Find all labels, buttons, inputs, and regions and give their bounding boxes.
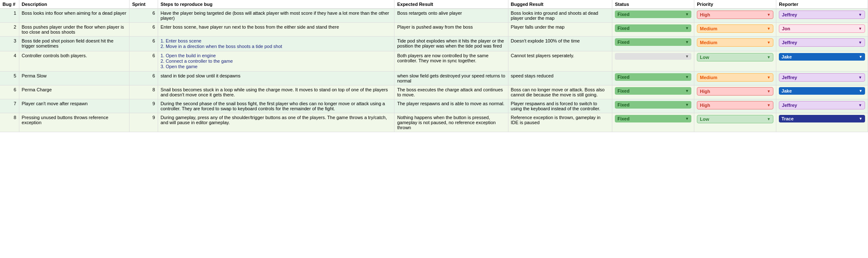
status-arrow-icon: ▼ bbox=[685, 40, 689, 44]
status-dropdown[interactable]: Fixed▼ bbox=[615, 38, 691, 46]
bug-status-cell: Fixed▼ bbox=[612, 99, 694, 113]
reporter-dropdown[interactable]: Jeffrey▼ bbox=[779, 38, 865, 47]
bug-steps: 1. Enter boss scene2. Move in a directio… bbox=[158, 37, 394, 51]
bug-bugged-result: Reference exception is thrown, gameplay … bbox=[508, 113, 612, 132]
bug-bugged-result: speed stays reduced bbox=[508, 72, 612, 85]
bug-steps: During the second phase of the snail bos… bbox=[158, 99, 394, 113]
reporter-dropdown[interactable]: Jake▼ bbox=[779, 53, 865, 61]
bug-sprint: 6 bbox=[130, 72, 158, 85]
reporter-label: Trace bbox=[781, 116, 794, 121]
priority-arrow-icon: ▼ bbox=[767, 13, 770, 17]
reporter-label: Jeffrey bbox=[782, 12, 797, 17]
reporter-dropdown[interactable]: Jeffrey▼ bbox=[779, 101, 865, 109]
bug-steps: Enter boss scene, have player run next t… bbox=[158, 23, 394, 37]
reporter-label: Jake bbox=[781, 88, 791, 93]
bug-bugged-result: Boss looks into ground and shoots at dea… bbox=[508, 9, 612, 23]
table-header: Bug # Description Sprint Steps to reprod… bbox=[0, 0, 868, 9]
priority-label: Medium bbox=[700, 40, 717, 45]
priority-dropdown[interactable]: Medium▼ bbox=[697, 24, 773, 33]
reporter-dropdown[interactable]: Jake▼ bbox=[779, 87, 865, 95]
bug-id: 5 bbox=[0, 72, 19, 85]
bug-id: 7 bbox=[0, 99, 19, 113]
reporter-arrow-icon: ▼ bbox=[859, 89, 863, 93]
reporter-dropdown[interactable]: Jeffrey▼ bbox=[779, 73, 865, 82]
priority-arrow-icon: ▼ bbox=[767, 103, 770, 107]
status-arrow-icon: ▼ bbox=[685, 103, 689, 107]
priority-dropdown[interactable]: Medium▼ bbox=[697, 38, 773, 47]
priority-arrow-icon: ▼ bbox=[767, 55, 770, 59]
priority-label: Low bbox=[700, 117, 709, 122]
bug-reporter-cell: Jake▼ bbox=[776, 85, 868, 99]
bug-steps: During gameplay, press any of the should… bbox=[158, 113, 394, 132]
reporter-dropdown[interactable]: Jeffrey▼ bbox=[779, 11, 865, 19]
header-reporter: Reporter bbox=[776, 0, 868, 9]
bug-description: Player can't move after respawn bbox=[19, 99, 130, 113]
bug-priority-cell: High▼ bbox=[694, 85, 776, 99]
bug-expected: Player is pushed away from the boss bbox=[394, 23, 508, 37]
bug-id: 1 bbox=[0, 9, 19, 23]
bug-reporter-cell: Jon▼ bbox=[776, 23, 868, 37]
priority-dropdown[interactable]: High▼ bbox=[697, 11, 773, 19]
bug-steps: Snail boss becomes stuck in a loop while… bbox=[158, 85, 394, 99]
table-row: 4Controller controls both players.61. Op… bbox=[0, 51, 868, 72]
bug-status-cell: Fixed▼ bbox=[612, 72, 694, 85]
bug-bugged-result: Doesn't explode 100% of the time bbox=[508, 37, 612, 51]
status-label: Fixed bbox=[617, 40, 630, 45]
priority-label: High bbox=[700, 12, 710, 17]
reporter-dropdown[interactable]: Jon▼ bbox=[779, 24, 865, 33]
bug-expected: Tide pod shot explodes when it hits the … bbox=[394, 37, 508, 51]
status-label: Fixed bbox=[617, 12, 630, 17]
reporter-arrow-icon: ▼ bbox=[858, 75, 862, 80]
status-label: Fixed bbox=[617, 102, 630, 107]
reporter-arrow-icon: ▼ bbox=[858, 27, 862, 31]
header-status: Status bbox=[612, 0, 694, 9]
bug-id: 2 bbox=[0, 23, 19, 37]
bug-description: Boss pushes player under the floor when … bbox=[19, 23, 130, 37]
bug-priority-cell: Medium▼ bbox=[694, 23, 776, 37]
priority-dropdown[interactable]: High▼ bbox=[697, 101, 773, 109]
table-row: 7Player can't move after respawn9During … bbox=[0, 99, 868, 113]
status-arrow-icon: ▼ bbox=[685, 117, 689, 121]
bug-status-cell: ▼ bbox=[612, 51, 694, 72]
header-description: Description bbox=[19, 0, 130, 9]
table-row: 5Perma Slow6stand in tide pod slow until… bbox=[0, 72, 868, 85]
status-dropdown[interactable]: Fixed▼ bbox=[615, 24, 691, 32]
table-row: 2Boss pushes player under the floor when… bbox=[0, 23, 868, 37]
header-steps: Steps to reproduce bug bbox=[158, 0, 394, 9]
table-row: 8Pressing unused buttons throws referenc… bbox=[0, 113, 868, 132]
bug-expected: when slow field gets destroyed your spee… bbox=[394, 72, 508, 85]
priority-dropdown[interactable]: Low▼ bbox=[697, 115, 773, 123]
bug-sprint: 6 bbox=[130, 37, 158, 51]
priority-arrow-icon: ▼ bbox=[767, 117, 770, 121]
bug-description: Controller controls both players. bbox=[19, 51, 130, 72]
status-dropdown[interactable]: Fixed▼ bbox=[615, 101, 691, 109]
status-dropdown[interactable]: Fixed▼ bbox=[615, 115, 691, 122]
priority-label: Medium bbox=[700, 26, 717, 31]
bug-status-cell: Fixed▼ bbox=[612, 37, 694, 51]
status-label: Fixed bbox=[617, 116, 630, 121]
status-dropdown[interactable]: ▼ bbox=[615, 53, 691, 60]
reporter-label: Jeffrey bbox=[782, 103, 797, 108]
priority-dropdown[interactable]: Low▼ bbox=[697, 53, 773, 61]
priority-dropdown[interactable]: Medium▼ bbox=[697, 73, 773, 82]
bug-sprint: 6 bbox=[130, 9, 158, 23]
reporter-label: Jake bbox=[781, 54, 791, 59]
bug-priority-cell: Medium▼ bbox=[694, 37, 776, 51]
bug-reporter-cell: Jeffrey▼ bbox=[776, 37, 868, 51]
bug-table: Bug # Description Sprint Steps to reprod… bbox=[0, 0, 868, 132]
status-dropdown[interactable]: Fixed▼ bbox=[615, 11, 691, 18]
header-bug: Bug # bbox=[0, 0, 19, 9]
bug-reporter-cell: Jeffrey▼ bbox=[776, 72, 868, 85]
bug-id: 4 bbox=[0, 51, 19, 72]
bug-steps: stand in tide pod slow until it despawns bbox=[158, 72, 394, 85]
priority-arrow-icon: ▼ bbox=[767, 27, 770, 31]
bug-description: Perma Charge bbox=[19, 85, 130, 99]
priority-dropdown[interactable]: High▼ bbox=[697, 87, 773, 96]
bug-reporter-cell: Jeffrey▼ bbox=[776, 99, 868, 113]
bug-bugged-result: Player respawns and is forced to switch … bbox=[508, 99, 612, 113]
status-dropdown[interactable]: Fixed▼ bbox=[615, 73, 691, 81]
status-arrow-icon: ▼ bbox=[685, 12, 689, 16]
reporter-label: Jeffrey bbox=[782, 75, 797, 80]
reporter-dropdown[interactable]: Trace▼ bbox=[779, 115, 865, 122]
status-dropdown[interactable]: Fixed▼ bbox=[615, 87, 691, 95]
